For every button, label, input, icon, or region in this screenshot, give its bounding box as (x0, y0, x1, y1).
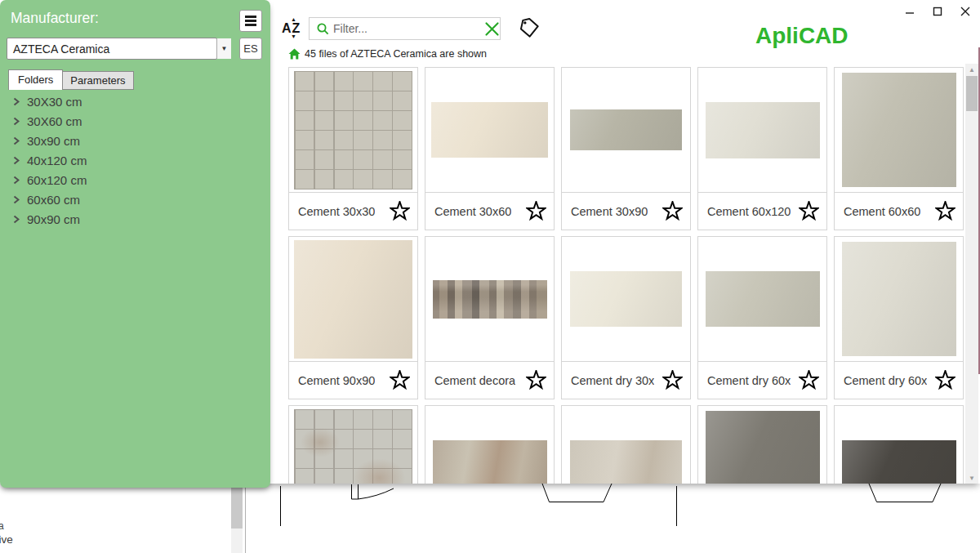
panel-title: Manufacturer: (11, 10, 99, 27)
favorite-star-button[interactable] (799, 370, 819, 390)
tile-name: Cement 60x120 (707, 205, 791, 218)
menu-button[interactable] (239, 10, 262, 32)
tile-card[interactable] (834, 405, 964, 484)
tile-name: Cement 30x30 (298, 205, 375, 218)
filter-input[interactable] (330, 22, 484, 35)
close-icon (960, 7, 970, 16)
favorite-star-button[interactable] (662, 201, 683, 221)
tab-folders[interactable]: Folders (8, 69, 63, 90)
window-controls (902, 3, 973, 20)
tab-strip: Folders Parameters (8, 69, 134, 90)
tile-card[interactable]: Cement dry 30x (561, 236, 691, 399)
favorite-star-button[interactable] (390, 370, 410, 390)
folder-tree-item[interactable]: 90x90 cm (0, 209, 270, 229)
sort-up-arrow-icon: ▲ (291, 16, 296, 22)
language-button[interactable]: ES (239, 38, 262, 60)
tile-caption: Cement 60x60 (835, 192, 963, 230)
tile-thumbnail (706, 271, 820, 327)
tile-image-area (289, 68, 417, 192)
close-button[interactable] (957, 3, 973, 20)
favorite-star-button[interactable] (526, 201, 546, 221)
tile-card[interactable] (288, 405, 418, 484)
favorite-star-button[interactable] (662, 370, 683, 390)
tile-image-area (835, 68, 963, 192)
grid-scrollbar[interactable]: ▲ ▼ (965, 64, 978, 484)
folder-tree-item[interactable]: 30X30 cm (0, 91, 270, 111)
tile-name: Cement 30x90 (571, 205, 648, 218)
manufacturer-combobox[interactable]: AZTECA Ceramica (7, 38, 217, 60)
chevron-right-icon (13, 156, 20, 165)
maximize-icon (933, 7, 942, 16)
tile-image-area (562, 237, 690, 361)
tile-thumbnail (570, 271, 682, 327)
folder-tree-item[interactable]: 60x60 cm (0, 190, 270, 209)
tile-name: Cement decora (434, 374, 515, 387)
tab-parameters[interactable]: Parameters (62, 71, 133, 90)
viewport-label: pective (0, 533, 13, 546)
background-scrollbar-thumb[interactable] (231, 484, 243, 528)
tile-card[interactable] (697, 405, 827, 484)
tile-card[interactable] (425, 405, 555, 484)
tile-card[interactable]: Cement 30x30 (288, 67, 418, 230)
star-icon (935, 370, 956, 390)
tile-caption: Cement dry 60x (835, 361, 963, 399)
combobox-dropdown-button[interactable]: ▼ (216, 38, 231, 59)
scroll-down-arrow[interactable]: ▼ (965, 472, 978, 484)
chevron-right-icon (13, 176, 20, 185)
tile-image-area (835, 237, 963, 361)
tag-filter-button[interactable] (518, 16, 541, 39)
chevron-right-icon (13, 136, 20, 145)
tile-card[interactable]: Cement dry 60x (834, 236, 964, 399)
aplicad-logo: ApliCAD (755, 23, 849, 49)
tile-image-area (835, 406, 963, 484)
tile-card[interactable]: Cement decora (425, 236, 555, 399)
chevron-down-icon: ▼ (221, 45, 228, 52)
folder-tree-item[interactable]: 60x120 cm (0, 170, 270, 190)
folder-item-label: 30X60 cm (27, 114, 82, 128)
clear-filter-icon[interactable] (484, 21, 500, 37)
tile-card[interactable]: Cement 90x90 (288, 236, 418, 399)
folder-tree-item[interactable]: 40x120 cm (0, 150, 270, 170)
star-icon (935, 201, 956, 221)
grid-scrollbar-thumb[interactable] (966, 76, 978, 111)
tile-caption: Cement 90x90 (289, 361, 417, 399)
chevron-right-icon (13, 195, 20, 204)
manufacturer-panel: Manufacturer: AZTECA Ceramica ▼ ES Folde… (0, 0, 270, 488)
cad-text-fragment: a (0, 520, 4, 532)
tile-thumbnail (433, 440, 547, 484)
tile-thumbnail (842, 440, 956, 484)
tile-image-area (289, 406, 417, 484)
cad-line-drawing (0, 484, 980, 553)
favorite-star-button[interactable] (799, 201, 819, 221)
tile-card[interactable]: Cement dry 60x (697, 236, 827, 399)
filter-search-box[interactable] (309, 17, 501, 40)
tile-image-area (698, 68, 826, 192)
tile-thumbnail (570, 109, 682, 150)
tile-card[interactable]: Cement 30x60 (425, 67, 555, 230)
chevron-right-icon (13, 215, 20, 224)
tile-caption: Cement 60x120 (698, 192, 826, 230)
folder-tree-item[interactable]: 30x90 cm (0, 131, 270, 150)
tile-image-area (562, 68, 690, 192)
minimize-icon (905, 7, 915, 16)
folder-item-label: 40x120 cm (27, 154, 87, 167)
star-icon (799, 370, 819, 390)
tile-thumbnail (294, 71, 412, 190)
tile-card[interactable] (561, 405, 691, 484)
tile-image-area (425, 68, 554, 192)
favorite-star-button[interactable] (390, 201, 410, 221)
star-icon (662, 201, 683, 221)
favorite-star-button[interactable] (935, 370, 956, 390)
minimize-button[interactable] (902, 3, 918, 20)
status-line: 45 files of AZTECA Ceramica are shown (288, 47, 487, 60)
sort-az-button[interactable]: AZ ▲ ▼ (282, 18, 305, 39)
scroll-up-arrow[interactable]: ▲ (965, 64, 978, 75)
background-scrollbar[interactable] (231, 484, 243, 553)
folder-tree-item[interactable]: 30X60 cm (0, 111, 270, 131)
favorite-star-button[interactable] (526, 370, 546, 390)
tile-card[interactable]: Cement 60x120 (697, 67, 827, 230)
maximize-button[interactable] (929, 3, 946, 20)
tile-card[interactable]: Cement 30x90 (561, 67, 691, 230)
favorite-star-button[interactable] (935, 201, 956, 221)
tile-card[interactable]: Cement 60x60 (834, 67, 964, 230)
